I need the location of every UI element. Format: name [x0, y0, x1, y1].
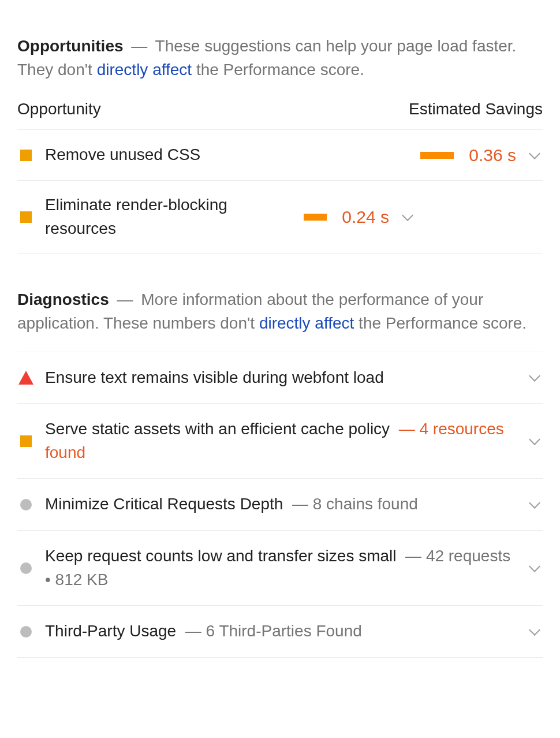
triangle-warn-icon: [18, 371, 33, 385]
diagnostic-meta: — 8 chains found: [288, 495, 418, 513]
opportunities-title: Opportunities: [17, 37, 124, 55]
diagnostic-label-text: Serve static assets with an efficient ca…: [45, 420, 390, 438]
diagnostic-label: Third-Party Usage — 6 Third-Parties Foun…: [45, 620, 516, 643]
expand-toggle[interactable]: [527, 152, 543, 158]
status-indicator: [17, 626, 35, 638]
status-indicator: [17, 150, 35, 161]
status-indicator: [17, 371, 35, 385]
diagnostic-label: Ensure text remains visible during webfo…: [45, 366, 516, 390]
directly-affect-link[interactable]: directly affect: [259, 314, 354, 332]
diagnostic-label: Serve static assets with an efficient ca…: [45, 418, 516, 464]
diagnostic-row[interactable]: Minimize Critical Requests Depth — 8 cha…: [17, 479, 543, 531]
expand-toggle[interactable]: [527, 438, 543, 443]
diagnostics-header: Diagnostics — More information about the…: [17, 288, 543, 335]
savings-bar: [304, 214, 327, 221]
chevron-down-icon: [529, 561, 540, 572]
diagnostic-label: Minimize Critical Requests Depth — 8 cha…: [45, 493, 516, 516]
circle-info-icon: [20, 626, 32, 638]
circle-info-icon: [20, 499, 32, 510]
diagnostic-row[interactable]: Serve static assets with an efficient ca…: [17, 404, 543, 479]
status-indicator: [17, 211, 35, 223]
diagnostics-title: Diagnostics: [17, 290, 109, 308]
opportunity-label: Remove unused CSS: [45, 143, 410, 167]
chevron-down-icon: [529, 148, 540, 159]
square-average-icon: [20, 435, 32, 447]
status-indicator: [17, 499, 35, 510]
square-average-icon: [20, 211, 32, 223]
diagnostic-label-text: Third-Party Usage: [45, 622, 176, 640]
dash-separator: —: [117, 290, 133, 308]
savings: 0.36 s: [420, 143, 516, 168]
square-average-icon: [20, 150, 32, 161]
diagnostic-label-text: Minimize Critical Requests Depth: [45, 495, 283, 513]
chevron-down-icon: [529, 497, 540, 509]
expand-toggle[interactable]: [527, 629, 543, 634]
savings-bar: [420, 152, 454, 159]
chevron-down-icon: [529, 371, 540, 382]
diagnostic-label-text: Keep request counts low and transfer siz…: [45, 547, 397, 565]
opportunity-row[interactable]: Eliminate render-blocking resources 0.24…: [17, 181, 543, 254]
diagnostic-row[interactable]: Keep request counts low and transfer siz…: [17, 531, 543, 606]
col-savings: Estimated Savings: [409, 98, 543, 121]
chevron-down-icon: [529, 434, 540, 445]
diagnostics-desc-after: the Performance score.: [354, 314, 527, 332]
dash-separator: —: [131, 37, 147, 55]
expand-toggle[interactable]: [527, 565, 543, 571]
diagnostic-label: Keep request counts low and transfer siz…: [45, 545, 516, 591]
diagnostic-label-text: Ensure text remains visible during webfo…: [45, 368, 384, 386]
opportunity-label: Eliminate render-blocking resources: [45, 193, 293, 240]
diagnostic-row[interactable]: Ensure text remains visible during webfo…: [17, 352, 543, 404]
status-indicator: [17, 435, 35, 447]
expand-toggle[interactable]: [400, 214, 416, 219]
diagnostic-meta: — 6 Third-Parties Found: [181, 622, 362, 640]
col-opportunity: Opportunity: [17, 98, 101, 121]
circle-info-icon: [20, 562, 32, 574]
status-indicator: [17, 562, 35, 574]
chevron-down-icon: [529, 624, 540, 636]
opportunities-table-header: Opportunity Estimated Savings: [17, 98, 543, 130]
directly-affect-link[interactable]: directly affect: [97, 61, 192, 79]
chevron-down-icon: [402, 210, 413, 221]
opportunities-header: Opportunities — These suggestions can he…: [17, 35, 543, 81]
savings: 0.24 s: [304, 204, 389, 230]
expand-toggle[interactable]: [527, 502, 543, 507]
expand-toggle[interactable]: [527, 375, 543, 380]
diagnostic-row[interactable]: Third-Party Usage — 6 Third-Parties Foun…: [17, 606, 543, 658]
opportunities-desc-after: the Performance score.: [192, 61, 364, 79]
savings-time: 0.36 s: [464, 143, 516, 168]
savings-time: 0.24 s: [337, 204, 389, 230]
opportunity-row[interactable]: Remove unused CSS 0.36 s: [17, 130, 543, 181]
